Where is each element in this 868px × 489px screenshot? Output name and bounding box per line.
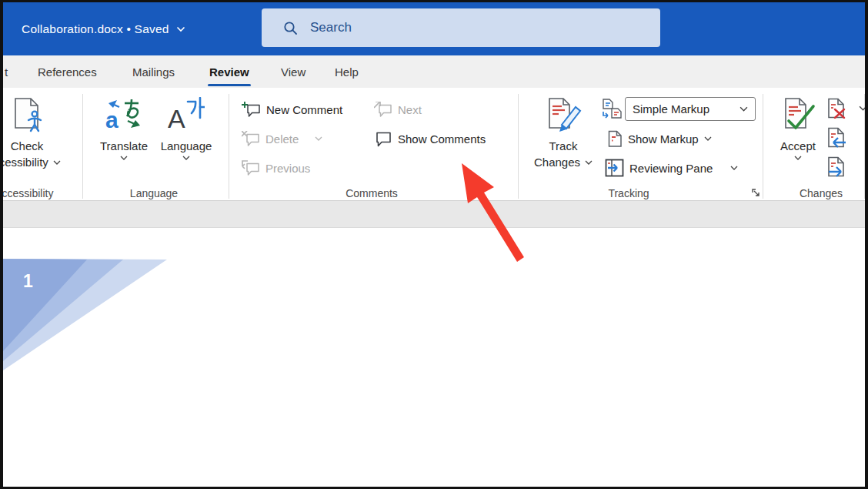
word-window: Collaboration.docx • Saved Search t Refe… [3,2,865,487]
accessibility-document-icon [8,97,46,136]
new-comment-button[interactable]: New Comment [242,100,342,119]
search-icon [283,21,298,35]
tab-help[interactable]: Help [335,55,359,88]
show-comments-button[interactable]: Show Comments [374,129,486,148]
tab-label: Help [335,65,359,79]
accept-button[interactable]: Accept [769,88,827,186]
reviewing-pane-button[interactable]: Reviewing Pane [605,159,738,177]
show-markup-icon [608,130,623,148]
chevron-down-icon [176,26,185,32]
button-label: Previous [265,162,310,175]
tab-mailings[interactable]: Mailings [132,55,175,88]
tab-clipped[interactable]: t [5,55,8,88]
group-label-language: Language [92,187,215,200]
tab-view[interactable]: View [281,55,305,88]
track-changes-button[interactable]: Track Changes [534,88,593,186]
group-separator [763,94,763,199]
dropdown-value: Simple Markup [633,102,739,116]
new-comment-icon [242,102,261,118]
language-icon: A [168,97,205,134]
button-label: Reviewing Pane [629,162,713,175]
group-label-comments: Comments [295,187,449,200]
reviewing-pane-icon [605,159,624,177]
svg-text:a: a [105,107,119,131]
display-for-review-icon [602,99,623,122]
chevron-down-icon [182,156,190,160]
tab-label: References [38,65,97,79]
previous-comment-button[interactable]: Previous [242,159,310,177]
button-label: Translate [96,139,152,152]
track-changes-icon [545,97,582,136]
chevron-down-icon [53,160,61,165]
button-label: New Comment [266,103,342,116]
active-tab-underline [208,84,251,86]
button-label: Show Markup [628,132,699,146]
document-title-menu[interactable]: Collaboration.docx • Saved [22,2,185,55]
group-label-tracking: Tracking [552,187,706,200]
button-label: Delete [265,132,299,146]
chevron-down-icon [704,136,712,141]
button-label: ccessibility [3,156,48,169]
document-title: Collaboration.docx • Saved [22,22,169,36]
previous-comment-icon [242,160,260,176]
chevron-down-icon [585,160,593,165]
search-placeholder: Search [310,20,352,35]
button-label: Track [534,139,593,152]
previous-change-icon [827,127,847,148]
title-bar: Collaboration.docx • Saved Search [3,2,865,55]
next-change-button[interactable] [827,157,847,176]
show-markup-button[interactable]: Show Markup [608,129,712,148]
accept-changes-icon [780,97,816,136]
cover-page-triangles [3,228,203,382]
svg-text:A: A [168,104,185,131]
check-accessibility-button[interactable]: Check ccessibility [3,88,77,186]
button-label: Show Comments [398,132,486,146]
next-change-icon [827,156,847,177]
tab-label: View [281,65,305,79]
chevron-down-icon [794,156,802,160]
button-label: Language [154,139,219,152]
delete-comment-button[interactable]: Delete [242,129,322,148]
document-canvas[interactable]: 1 [3,201,865,487]
group-separator [518,94,519,199]
delete-comment-icon [242,131,260,147]
language-button[interactable]: A Language [154,88,219,186]
reject-button[interactable] [827,99,865,117]
group-separator [82,94,83,199]
group-label-accessibility: ccessibility [3,187,78,200]
tab-references[interactable]: References [38,55,97,88]
page-number: 1 [23,271,33,292]
tab-label: Review [209,65,249,79]
group-label-changes: Changes [744,187,865,200]
chevron-down-icon [120,156,128,160]
chevron-down-icon [739,106,748,112]
ribbon-tab-row: t References Mailings Review View Help [3,55,865,88]
tab-label: Mailings [132,65,175,79]
chevron-down-icon [315,136,322,141]
show-comments-icon [374,131,392,147]
button-label: Check [3,139,77,152]
previous-change-button[interactable] [827,128,847,146]
button-label: Next [398,103,422,116]
translate-icon: a [105,97,143,134]
tab-label: t [5,65,8,79]
button-label: Accept [769,139,827,152]
search-input[interactable]: Search [262,8,660,47]
reject-changes-icon [827,98,847,119]
chevron-down-icon [859,106,865,111]
next-comment-icon [374,102,392,118]
tab-review[interactable]: Review [209,55,249,88]
ribbon: Check ccessibility ccessibility a [3,88,865,201]
next-comment-button[interactable]: Next [374,100,422,119]
group-separator [229,94,229,199]
display-for-review-dropdown[interactable]: Simple Markup [625,97,756,121]
button-label: Changes [534,156,580,169]
document-page[interactable]: 1 [3,227,865,487]
chevron-down-icon [730,166,738,170]
translate-button[interactable]: a Translate [96,88,152,186]
